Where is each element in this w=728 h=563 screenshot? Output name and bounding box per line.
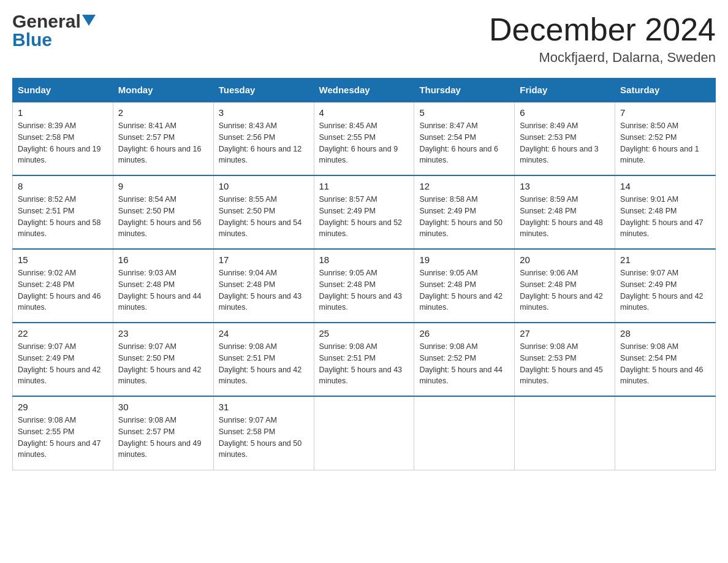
day-info: Sunrise: 8:41 AMSunset: 2:57 PMDaylight:… — [118, 120, 208, 166]
day-info: Sunrise: 8:57 AMSunset: 2:49 PMDaylight:… — [319, 194, 409, 240]
day-number: 10 — [219, 181, 309, 191]
day-info: Sunrise: 8:49 AMSunset: 2:53 PMDaylight:… — [520, 120, 610, 166]
calendar-day-cell: 31Sunrise: 9:07 AMSunset: 2:58 PMDayligh… — [213, 396, 314, 470]
day-number: 4 — [319, 107, 409, 118]
day-info: Sunrise: 9:07 AMSunset: 2:49 PMDaylight:… — [18, 341, 108, 387]
calendar-day-cell: 18Sunrise: 9:05 AMSunset: 2:48 PMDayligh… — [314, 249, 414, 323]
day-info: Sunrise: 9:08 AMSunset: 2:54 PMDaylight:… — [620, 341, 710, 387]
calendar-day-cell — [615, 396, 716, 470]
page-header: General Blue December 2024 Mockfjaerd, D… — [12, 12, 716, 66]
calendar-day-cell: 17Sunrise: 9:04 AMSunset: 2:48 PMDayligh… — [213, 249, 314, 323]
day-number: 30 — [118, 402, 208, 412]
day-number: 29 — [18, 402, 108, 412]
day-info: Sunrise: 8:58 AMSunset: 2:49 PMDaylight:… — [419, 194, 509, 240]
calendar-day-cell: 7Sunrise: 8:50 AMSunset: 2:52 PMDaylight… — [615, 102, 716, 175]
calendar-day-cell: 11Sunrise: 8:57 AMSunset: 2:49 PMDayligh… — [314, 175, 414, 249]
calendar-day-cell — [414, 396, 515, 470]
calendar-day-cell: 15Sunrise: 9:02 AMSunset: 2:48 PMDayligh… — [13, 249, 113, 323]
logo-blue: Blue — [12, 31, 96, 49]
day-info: Sunrise: 9:07 AMSunset: 2:58 PMDaylight:… — [219, 415, 309, 461]
location: Mockfjaerd, Dalarna, Sweden — [489, 50, 716, 66]
day-info: Sunrise: 8:47 AMSunset: 2:54 PMDaylight:… — [419, 120, 509, 166]
day-number: 8 — [18, 181, 108, 191]
calendar-day-cell: 23Sunrise: 9:07 AMSunset: 2:50 PMDayligh… — [113, 323, 213, 396]
month-title: December 2024 — [489, 12, 716, 47]
day-info: Sunrise: 8:52 AMSunset: 2:51 PMDaylight:… — [18, 194, 108, 240]
calendar-day-cell: 20Sunrise: 9:06 AMSunset: 2:48 PMDayligh… — [515, 249, 615, 323]
logo-arrow-icon — [82, 15, 96, 28]
day-number: 14 — [620, 181, 710, 191]
day-number: 24 — [219, 328, 309, 339]
day-info: Sunrise: 9:05 AMSunset: 2:48 PMDaylight:… — [319, 267, 409, 313]
calendar-day-cell: 12Sunrise: 8:58 AMSunset: 2:49 PMDayligh… — [414, 175, 515, 249]
calendar-day-cell: 16Sunrise: 9:03 AMSunset: 2:48 PMDayligh… — [113, 249, 213, 323]
day-info: Sunrise: 9:02 AMSunset: 2:48 PMDaylight:… — [18, 267, 108, 313]
calendar-day-cell: 5Sunrise: 8:47 AMSunset: 2:54 PMDaylight… — [414, 102, 515, 175]
day-number: 12 — [419, 181, 509, 191]
calendar-day-cell: 21Sunrise: 9:07 AMSunset: 2:49 PMDayligh… — [615, 249, 716, 323]
day-number: 31 — [219, 402, 309, 412]
col-saturday: Saturday — [615, 79, 716, 102]
day-info: Sunrise: 9:07 AMSunset: 2:49 PMDaylight:… — [620, 267, 710, 313]
day-info: Sunrise: 9:07 AMSunset: 2:50 PMDaylight:… — [118, 341, 208, 387]
day-number: 21 — [620, 255, 710, 265]
col-thursday: Thursday — [414, 79, 515, 102]
calendar-day-cell: 4Sunrise: 8:45 AMSunset: 2:55 PMDaylight… — [314, 102, 414, 175]
title-area: December 2024 Mockfjaerd, Dalarna, Swede… — [489, 12, 716, 66]
day-number: 6 — [520, 107, 610, 118]
calendar-header-row: Sunday Monday Tuesday Wednesday Thursday… — [13, 79, 716, 102]
calendar-day-cell: 10Sunrise: 8:55 AMSunset: 2:50 PMDayligh… — [213, 175, 314, 249]
calendar-day-cell: 22Sunrise: 9:07 AMSunset: 2:49 PMDayligh… — [13, 323, 113, 396]
calendar-day-cell — [515, 396, 615, 470]
calendar-week-row: 1Sunrise: 8:39 AMSunset: 2:58 PMDaylight… — [13, 102, 716, 175]
day-info: Sunrise: 8:59 AMSunset: 2:48 PMDaylight:… — [520, 194, 610, 240]
day-number: 9 — [118, 181, 208, 191]
day-number: 27 — [520, 328, 610, 339]
logo: General Blue — [12, 12, 96, 49]
day-number: 20 — [520, 255, 610, 265]
calendar-week-row: 29Sunrise: 9:08 AMSunset: 2:55 PMDayligh… — [13, 396, 716, 470]
day-number: 11 — [319, 181, 409, 191]
day-number: 18 — [319, 255, 409, 265]
calendar-day-cell: 24Sunrise: 9:08 AMSunset: 2:51 PMDayligh… — [213, 323, 314, 396]
day-number: 23 — [118, 328, 208, 339]
calendar-week-row: 22Sunrise: 9:07 AMSunset: 2:49 PMDayligh… — [13, 323, 716, 396]
day-info: Sunrise: 8:54 AMSunset: 2:50 PMDaylight:… — [118, 194, 208, 240]
calendar-day-cell — [314, 396, 414, 470]
calendar-table: Sunday Monday Tuesday Wednesday Thursday… — [12, 78, 716, 470]
day-info: Sunrise: 8:50 AMSunset: 2:52 PMDaylight:… — [620, 120, 710, 166]
calendar-day-cell: 28Sunrise: 9:08 AMSunset: 2:54 PMDayligh… — [615, 323, 716, 396]
day-info: Sunrise: 8:43 AMSunset: 2:56 PMDaylight:… — [219, 120, 309, 166]
logo-general: General — [12, 12, 81, 31]
day-info: Sunrise: 9:08 AMSunset: 2:57 PMDaylight:… — [118, 415, 208, 461]
day-info: Sunrise: 9:08 AMSunset: 2:51 PMDaylight:… — [219, 341, 309, 387]
day-number: 15 — [18, 255, 108, 265]
calendar-day-cell: 13Sunrise: 8:59 AMSunset: 2:48 PMDayligh… — [515, 175, 615, 249]
day-info: Sunrise: 9:04 AMSunset: 2:48 PMDaylight:… — [219, 267, 309, 313]
day-info: Sunrise: 9:08 AMSunset: 2:53 PMDaylight:… — [520, 341, 610, 387]
calendar-day-cell: 8Sunrise: 8:52 AMSunset: 2:51 PMDaylight… — [13, 175, 113, 249]
day-number: 1 — [18, 107, 108, 118]
calendar-week-row: 15Sunrise: 9:02 AMSunset: 2:48 PMDayligh… — [13, 249, 716, 323]
day-number: 28 — [620, 328, 710, 339]
col-monday: Monday — [113, 79, 213, 102]
day-number: 17 — [219, 255, 309, 265]
calendar-day-cell: 2Sunrise: 8:41 AMSunset: 2:57 PMDaylight… — [113, 102, 213, 175]
day-number: 5 — [419, 107, 509, 118]
day-info: Sunrise: 9:03 AMSunset: 2:48 PMDaylight:… — [118, 267, 208, 313]
col-friday: Friday — [515, 79, 615, 102]
day-info: Sunrise: 9:08 AMSunset: 2:51 PMDaylight:… — [319, 341, 409, 387]
calendar-day-cell: 27Sunrise: 9:08 AMSunset: 2:53 PMDayligh… — [515, 323, 615, 396]
col-wednesday: Wednesday — [314, 79, 414, 102]
day-info: Sunrise: 8:45 AMSunset: 2:55 PMDaylight:… — [319, 120, 409, 166]
calendar-day-cell: 1Sunrise: 8:39 AMSunset: 2:58 PMDaylight… — [13, 102, 113, 175]
day-info: Sunrise: 9:05 AMSunset: 2:48 PMDaylight:… — [419, 267, 509, 313]
day-number: 3 — [219, 107, 309, 118]
calendar-day-cell: 25Sunrise: 9:08 AMSunset: 2:51 PMDayligh… — [314, 323, 414, 396]
day-number: 26 — [419, 328, 509, 339]
day-info: Sunrise: 9:08 AMSunset: 2:55 PMDaylight:… — [18, 415, 108, 461]
calendar-day-cell: 14Sunrise: 9:01 AMSunset: 2:48 PMDayligh… — [615, 175, 716, 249]
day-info: Sunrise: 9:08 AMSunset: 2:52 PMDaylight:… — [419, 341, 509, 387]
col-sunday: Sunday — [13, 79, 113, 102]
col-tuesday: Tuesday — [213, 79, 314, 102]
